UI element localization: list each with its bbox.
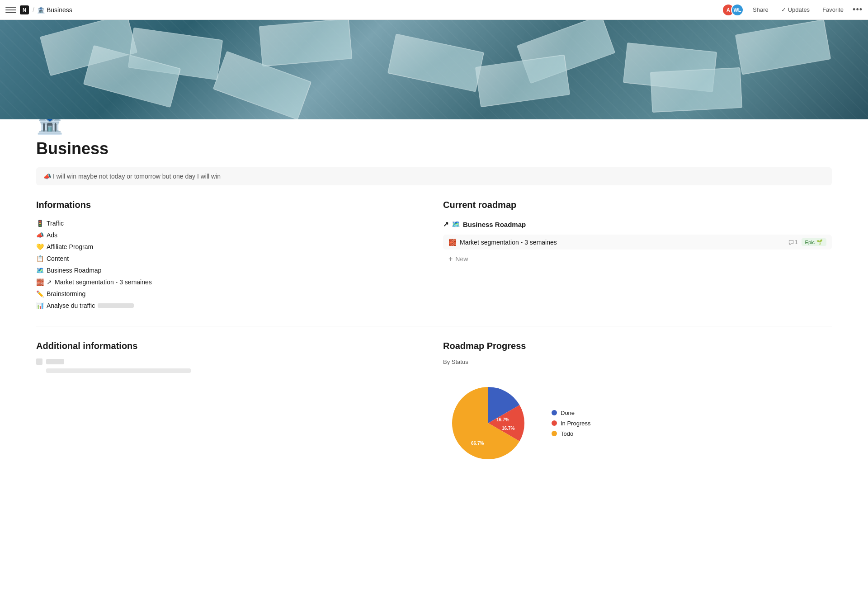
breadcrumb-page-title: 🏦 Business bbox=[37, 6, 72, 14]
share-button[interactable]: Share bbox=[749, 5, 772, 15]
legend-done-dot bbox=[552, 410, 557, 415]
legend-todo: Todo bbox=[552, 430, 590, 437]
blurred-line-1 bbox=[46, 368, 191, 373]
legend-inprogress: In Progress bbox=[552, 420, 590, 427]
menu-icon[interactable] bbox=[5, 5, 16, 15]
list-item-business-roadmap[interactable]: 🗺️ Business Roadmap bbox=[36, 264, 425, 276]
list-item-ads[interactable]: 📣 Ads bbox=[36, 229, 425, 241]
left-column: Informations 🚦 Traffic 📣 Ads 💛 Affiliate… bbox=[36, 200, 425, 311]
legend-inprogress-dot bbox=[552, 420, 557, 426]
legend-done-label: Done bbox=[561, 410, 575, 416]
roadmap-link[interactable]: ↗ 🗺️ Business Roadmap bbox=[443, 217, 832, 231]
pie-chart: 16.7% 16.7% 66.7% bbox=[443, 378, 533, 468]
roadmap-link-label: Business Roadmap bbox=[463, 221, 526, 228]
comment-count: 1 bbox=[788, 239, 798, 245]
chart-legend: Done In Progress Todo bbox=[552, 410, 590, 437]
topbar: N / 🏦 Business A WL Share ✓ Updates Favo… bbox=[0, 0, 868, 20]
avatar-group: A WL bbox=[722, 4, 744, 16]
page-header: 🏦 Business 📣 I will win maybe not today … bbox=[0, 110, 868, 477]
roadmap-link-emoji: 🗺️ bbox=[452, 220, 460, 228]
informations-title: Informations bbox=[36, 200, 425, 210]
roadmap-item-label: Market segmentation - 3 semaines bbox=[460, 239, 785, 246]
page-title: Business bbox=[36, 139, 832, 158]
epic-badge: Epic 🌱 bbox=[802, 238, 826, 246]
list-item-brainstorming[interactable]: ✏️ Brainstorming bbox=[36, 288, 425, 300]
blurred-item-1 bbox=[36, 358, 425, 365]
additional-info-section: Additional informations bbox=[36, 341, 425, 477]
quote-box: 📣 I will win maybe not today or tomorrow… bbox=[36, 167, 832, 185]
chart-title: By Status bbox=[443, 358, 832, 365]
comment-icon bbox=[788, 240, 794, 245]
inprogress-label: 16.7% bbox=[502, 426, 514, 431]
legend-inprogress-label: In Progress bbox=[561, 420, 590, 427]
blurred-lines bbox=[46, 368, 425, 373]
legend-todo-label: Todo bbox=[561, 430, 573, 437]
blurred-badge bbox=[98, 303, 134, 308]
two-column-layout: Informations 🚦 Traffic 📣 Ads 💛 Affiliate… bbox=[36, 200, 832, 311]
list-item-traffic[interactable]: 🚦 Traffic bbox=[36, 217, 425, 229]
breadcrumb-sep: / bbox=[33, 6, 34, 14]
roadmap-link-arrow: ↗ bbox=[443, 220, 449, 228]
list-item-affiliate[interactable]: 💛 Affiliate Program bbox=[36, 241, 425, 253]
list-item-content[interactable]: 📋 Content bbox=[36, 253, 425, 264]
roadmap-progress-title: Roadmap Progress bbox=[443, 341, 832, 351]
new-item-button[interactable]: + New bbox=[443, 252, 832, 266]
main-content: 🏦 Business 📣 I will win maybe not today … bbox=[0, 20, 868, 477]
todo-label: 66.7% bbox=[471, 441, 484, 446]
updates-button[interactable]: ✓ Updates bbox=[778, 5, 813, 15]
divider-1 bbox=[36, 326, 832, 326]
breadcrumb: / 🏦 Business bbox=[33, 6, 72, 14]
legend-todo-dot bbox=[552, 431, 557, 436]
done-label: 16.7% bbox=[496, 417, 509, 422]
list-item-market-seg[interactable]: 🧱 ↗ Market segmentation - 3 semaines bbox=[36, 276, 425, 288]
app-logo: N bbox=[20, 5, 29, 14]
chart-container: 16.7% 16.7% 66.7% Done In Pr bbox=[443, 369, 832, 477]
info-list: 🚦 Traffic 📣 Ads 💛 Affiliate Program 📋 Co… bbox=[36, 217, 425, 311]
additional-info-title: Additional informations bbox=[36, 341, 425, 351]
favorite-button[interactable]: Favorite bbox=[819, 5, 847, 15]
quote-text: 📣 I will win maybe not today or tomorrow… bbox=[43, 173, 221, 180]
roadmap-title: Current roadmap bbox=[443, 200, 832, 210]
avatar-wl: WL bbox=[731, 4, 744, 16]
topbar-right: A WL Share ✓ Updates Favorite ••• bbox=[722, 4, 863, 16]
pie-chart-svg: 16.7% 16.7% 66.7% bbox=[443, 378, 533, 468]
second-row: Additional informations Roadmap Progress… bbox=[36, 341, 832, 477]
list-item-analyse[interactable]: 📊 Analyse du traffic bbox=[36, 300, 425, 311]
right-column: Current roadmap ↗ 🗺️ Business Roadmap 🧱 … bbox=[443, 200, 832, 311]
roadmap-item-emoji: 🧱 bbox=[448, 239, 456, 246]
roadmap-item[interactable]: 🧱 Market segmentation - 3 semaines 1 Epi… bbox=[443, 235, 832, 250]
roadmap-progress-section: Roadmap Progress By Status bbox=[443, 341, 832, 477]
legend-done: Done bbox=[552, 410, 590, 416]
cover-image bbox=[0, 20, 868, 119]
more-options-icon[interactable]: ••• bbox=[853, 5, 863, 14]
